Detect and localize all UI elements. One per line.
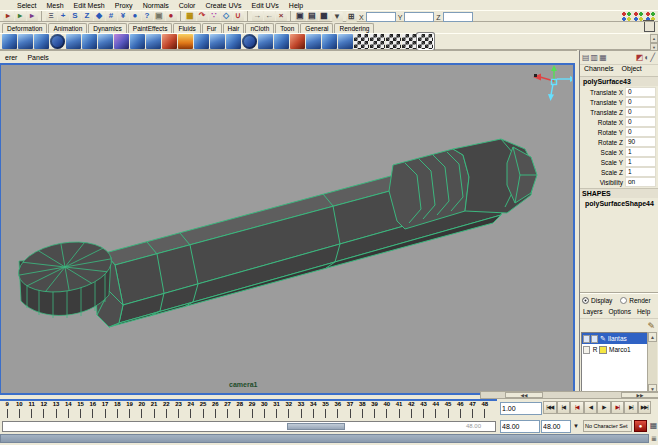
channel-box-menu-item[interactable]: Channels	[580, 65, 618, 76]
scroll-up-icon[interactable]: ▲	[650, 34, 658, 43]
panel-menu-item[interactable]: erer	[0, 54, 22, 61]
timeline-frame[interactable]: 31	[271, 401, 283, 420]
timeline-frame[interactable]: 10	[13, 401, 25, 420]
timeline-frame[interactable]: 33	[295, 401, 307, 420]
shelf-tool-icon[interactable]	[274, 34, 289, 49]
input-mode-grid-icon[interactable]: ⊞	[346, 12, 357, 22]
render-settings-icon[interactable]: ▩	[319, 11, 330, 21]
input-connections-icon[interactable]: →	[252, 11, 263, 21]
shelf-tool-icon[interactable]	[386, 34, 401, 49]
shape-name[interactable]: polySurfaceShape44	[580, 199, 658, 209]
viewport-canvas[interactable]: camera1	[0, 63, 575, 395]
shelf-tool-icon[interactable]	[322, 34, 337, 49]
shelf-tool-icon[interactable]	[130, 34, 145, 49]
channel-value-field[interactable]: 0	[625, 97, 656, 107]
timeline-frame[interactable]: 43	[418, 401, 430, 420]
lock-icon[interactable]: ▣	[154, 11, 165, 21]
render-radio[interactable]: Render	[620, 297, 650, 304]
z-input[interactable]	[443, 12, 473, 22]
separator[interactable]	[290, 11, 291, 21]
shelf-tool-icon[interactable]	[18, 34, 33, 49]
layer-menu-item[interactable]: Layers	[580, 308, 606, 315]
layer-color-swatch[interactable]	[599, 346, 607, 354]
layer-row[interactable]: R Marco1	[582, 344, 656, 355]
render-view-icon[interactable]: ▣	[295, 11, 306, 21]
timeline-frame[interactable]: 16	[87, 401, 99, 420]
character-set-dropdown-icon[interactable]: ▼	[571, 421, 581, 431]
timeline-frame[interactable]: 30	[258, 401, 270, 420]
layer-visibility-checkbox[interactable]	[583, 346, 590, 354]
layer-menu-item[interactable]: Options	[606, 308, 634, 315]
timeline-frame[interactable]: 21	[148, 401, 160, 420]
menu-item[interactable]: Edit UVs	[247, 2, 284, 9]
menu-item[interactable]: Proxy	[110, 2, 138, 9]
shelf-tool-icon[interactable]	[146, 34, 161, 49]
shelf-tool-icon[interactable]	[370, 34, 385, 49]
layout-list-icon[interactable]: ▤	[582, 53, 590, 63]
layer-visibility-checkbox[interactable]	[583, 335, 590, 343]
timeline-frame[interactable]: 45	[442, 401, 454, 420]
layer-type-box[interactable]	[591, 335, 598, 343]
step-back-key-button[interactable]: |◀	[570, 401, 584, 414]
separator[interactable]	[247, 11, 248, 21]
menu-item[interactable]: Create UVs	[200, 2, 246, 9]
select-surfaces-icon[interactable]: Z	[82, 11, 93, 21]
time-slider[interactable]: 9 10 11 12 13 14	[0, 399, 497, 420]
timeline-frame[interactable]: 32	[283, 401, 295, 420]
channel-value-field[interactable]: 0	[625, 87, 656, 97]
timeline-frame[interactable]: 28	[234, 401, 246, 420]
timeline-frame[interactable]: 38	[356, 401, 368, 420]
shelf-tool-icon[interactable]	[258, 34, 273, 49]
menu-item[interactable]: Select	[12, 2, 41, 9]
display-radio[interactable]: Display	[582, 297, 612, 304]
layout-grid-icon[interactable]: ▦	[599, 53, 607, 63]
timeline-frame[interactable]: 11	[26, 401, 38, 420]
shelf-scrollbar[interactable]: ▲ ▼	[650, 34, 658, 49]
shelf-tab[interactable]: Deformation	[2, 23, 47, 33]
menu-item[interactable]: Help	[284, 2, 308, 9]
shelf-tool-icon[interactable]	[306, 34, 321, 49]
character-set-menu[interactable]: No Character Set	[583, 420, 632, 432]
timeline-frame[interactable]: 34	[307, 401, 319, 420]
select-rendering-icon[interactable]: #	[106, 11, 117, 21]
step-forward-key-button[interactable]: ▶|	[611, 401, 625, 414]
trash-icon[interactable]	[644, 22, 655, 32]
timeline-frame[interactable]: 39	[369, 401, 381, 420]
timeline-frame[interactable]: 41	[393, 401, 405, 420]
range-slider[interactable]: 48.00	[2, 421, 496, 432]
timeline-frame[interactable]: 47	[467, 401, 479, 420]
shelf-tab[interactable]: Fluids	[173, 23, 200, 33]
menu-item[interactable]: Normals	[138, 2, 174, 9]
separator[interactable]	[41, 11, 42, 21]
channel-value-field[interactable]: 0	[625, 127, 656, 137]
shelf-tool-icon[interactable]	[226, 34, 241, 49]
shelf-tool-icon[interactable]	[354, 34, 369, 49]
object-name[interactable]: polySurface43	[580, 76, 658, 86]
highlight-selection-icon[interactable]: ●	[166, 11, 177, 21]
shelf-tool-icon[interactable]	[34, 34, 49, 49]
timeline-frame[interactable]: 17	[99, 401, 111, 420]
scroll-left-icon[interactable]: ◀◀	[505, 392, 543, 398]
current-time-field[interactable]	[500, 402, 542, 415]
timeline-frame[interactable]: 42	[405, 401, 417, 420]
construction-history-icon[interactable]: ×	[276, 11, 287, 21]
timeline-frame[interactable]: 14	[62, 401, 74, 420]
select-points-icon[interactable]: +	[58, 11, 69, 21]
shelf-tab[interactable]: nCloth	[245, 23, 274, 33]
timeline-frame[interactable]: 26	[209, 401, 221, 420]
layer-menu-item[interactable]: Help	[634, 308, 653, 315]
layout-split-icon[interactable]: ▥	[591, 53, 599, 63]
timeline-frame[interactable]: 23	[173, 401, 185, 420]
timeline-frame[interactable]: 24	[185, 401, 197, 420]
shelf-tool-icon[interactable]	[338, 34, 353, 49]
play-backwards-button[interactable]: ◀	[584, 401, 598, 414]
x-input[interactable]	[366, 12, 396, 22]
speed-icon[interactable]: ◩	[636, 53, 644, 63]
shelf-tool-icon[interactable]	[242, 34, 257, 49]
timeline-frame[interactable]: 12	[38, 401, 50, 420]
timeline-frame[interactable]: 37	[344, 401, 356, 420]
layer-mode-badge[interactable]: R	[591, 346, 599, 353]
scroll-right-icon[interactable]: ▶▶	[621, 392, 658, 398]
command-line[interactable]	[0, 434, 649, 443]
shelf-tool-icon[interactable]	[418, 34, 433, 49]
